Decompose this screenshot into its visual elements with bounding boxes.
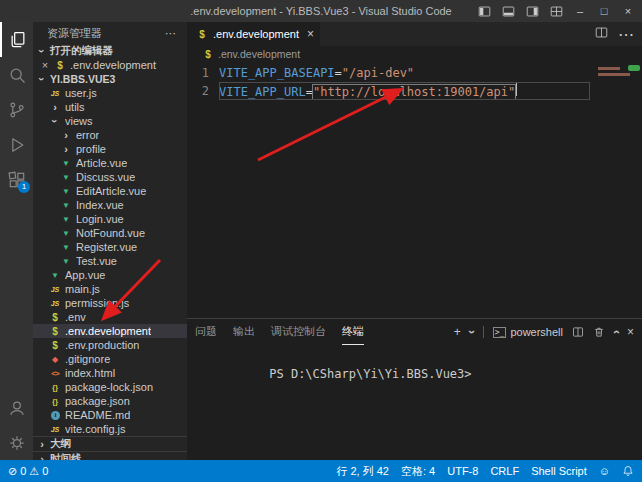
tree-item-permission.js[interactable]: JSpermission.js xyxy=(33,296,187,310)
tree-item-profile[interactable]: ›profile xyxy=(33,142,187,156)
panel-tab-调试控制台[interactable]: 调试控制台 xyxy=(271,319,326,345)
run-debug-icon[interactable] xyxy=(0,127,33,162)
more-actions-icon[interactable]: ⋯ xyxy=(618,25,634,44)
settings-gear-icon[interactable] xyxy=(0,425,33,460)
language-mode[interactable]: Shell Script xyxy=(531,465,587,477)
maximize-panel-icon[interactable]: › xyxy=(609,330,623,334)
panel-header: 问题输出调试控制台终端 + › >_ powershell xyxy=(187,319,642,345)
toggle-primary-sidebar-icon[interactable] xyxy=(472,0,496,22)
tree-item-App.vue[interactable]: ▼App.vue xyxy=(33,268,187,282)
account-icon[interactable] xyxy=(0,390,33,425)
cursor-position[interactable]: 行 2, 列 42 xyxy=(336,464,389,479)
split-editor-icon[interactable] xyxy=(595,25,608,43)
vue-file-icon: ▼ xyxy=(59,213,73,225)
tree-item-NotFound.vue[interactable]: ▼NotFound.vue xyxy=(33,226,187,240)
notifications-bell-icon[interactable] xyxy=(622,465,634,477)
tree-item-README.md[interactable]: iREADME.md xyxy=(33,408,187,422)
tree-item-error[interactable]: ›error xyxy=(33,128,187,142)
close-tab-icon[interactable]: × xyxy=(307,27,314,41)
tree-item-label: README.md xyxy=(65,409,130,421)
bottom-panel: 问题输出调试控制台终端 + › >_ powershell xyxy=(187,318,642,460)
sidebar-more-actions-icon[interactable]: ⋯ xyxy=(165,27,177,40)
tree-item-Index.vue[interactable]: ▼Index.vue xyxy=(33,198,187,212)
outline-section-header[interactable]: › 大纲 xyxy=(33,436,187,451)
tree-item-vite.config.js[interactable]: JSvite.config.js xyxy=(33,422,187,436)
breadcrumb[interactable]: $ .env.development xyxy=(187,46,642,62)
tree-item-label: main.js xyxy=(65,283,100,295)
tree-item-label: package.json xyxy=(65,395,130,407)
tree-item-user.js[interactable]: JSuser.js xyxy=(33,86,187,100)
terminal-output[interactable]: PS D:\CSharp\Yi\Yi.BBS.Vue3> xyxy=(187,345,642,460)
warning-count: 0 xyxy=(42,465,48,477)
close-editor-icon[interactable]: × xyxy=(39,59,51,71)
open-editor-item[interactable]: × $ .env.development xyxy=(33,58,187,72)
tree-item-Register.vue[interactable]: ▼Register.vue xyxy=(33,240,187,254)
open-editors-header[interactable]: › 打开的编辑器 xyxy=(33,44,187,58)
code-editor[interactable]: 1VITE_APP_BASEAPI="/api-dev"2VITE_APP_UR… xyxy=(187,62,642,318)
toggle-secondary-sidebar-icon[interactable] xyxy=(520,0,544,22)
tree-item-.env[interactable]: $.env xyxy=(33,310,187,324)
git-file-icon: ◆ xyxy=(48,353,62,365)
new-terminal-icon[interactable]: + xyxy=(454,325,461,339)
explorer-icon[interactable] xyxy=(0,22,33,57)
tree-item-index.html[interactable]: <>index.html xyxy=(33,366,187,380)
tree-item-.env.development[interactable]: $.env.development xyxy=(33,324,187,338)
code-line-1[interactable]: 1VITE_APP_BASEAPI="/api-dev" xyxy=(187,64,590,82)
tree-item-label: error xyxy=(76,129,99,141)
tree-item-label: EditArticle.vue xyxy=(76,185,146,197)
tree-item-views[interactable]: ›views xyxy=(33,114,187,128)
close-panel-icon[interactable]: × xyxy=(627,325,634,339)
equals-operator: = xyxy=(306,85,313,99)
tree-item-EditArticle.vue[interactable]: ▼EditArticle.vue xyxy=(33,184,187,198)
tree-item-.gitignore[interactable]: ◆.gitignore xyxy=(33,352,187,366)
status-right: 行 2, 列 42 空格: 4 UTF-8 CRLF Shell Script … xyxy=(336,464,634,479)
tree-item-main.js[interactable]: JSmain.js xyxy=(33,282,187,296)
panel-actions: + › >_ powershell › xyxy=(454,325,634,339)
kill-terminal-icon[interactable] xyxy=(593,326,605,338)
tree-item-package-lock.json[interactable]: {}package-lock.json xyxy=(33,380,187,394)
split-terminal-icon[interactable] xyxy=(572,326,584,338)
source-control-icon[interactable] xyxy=(0,92,33,127)
editor-group: $ .env.development × ⋯ $ .env.developmen… xyxy=(187,22,642,460)
minimap[interactable] xyxy=(596,62,642,132)
tree-item-Article.vue[interactable]: ▼Article.vue xyxy=(33,156,187,170)
json-file-icon: {} xyxy=(48,395,62,407)
close-window-button[interactable]: × xyxy=(616,0,640,22)
js-file-icon: JS xyxy=(48,283,62,295)
extensions-icon[interactable]: 1 xyxy=(0,162,33,197)
vscode-window: .env.development - Yi.BBS.Vue3 - Visual … xyxy=(0,0,642,482)
equals-operator: = xyxy=(335,66,342,80)
timeline-section-header[interactable]: › 时间线 xyxy=(33,451,187,460)
tab-env-development[interactable]: $ .env.development × xyxy=(187,22,320,46)
customize-layout-icon[interactable] xyxy=(544,0,568,22)
panel-tab-问题[interactable]: 问题 xyxy=(195,319,217,345)
tree-item-label: Login.vue xyxy=(76,213,124,225)
tree-item-package.json[interactable]: {}package.json xyxy=(33,394,187,408)
eol-status[interactable]: CRLF xyxy=(490,465,519,477)
panel-tab-输出[interactable]: 输出 xyxy=(233,319,255,345)
tree-item-utils[interactable]: ›utils xyxy=(33,100,187,114)
toggle-panel-icon[interactable] xyxy=(496,0,520,22)
file-tree: JSuser.js›utils›views›error›profile▼Arti… xyxy=(33,86,187,436)
tree-item-Discuss.vue[interactable]: ▼Discuss.vue xyxy=(33,170,187,184)
tree-item-Test.vue[interactable]: ▼Test.vue xyxy=(33,254,187,268)
tree-item-Login.vue[interactable]: ▼Login.vue xyxy=(33,212,187,226)
indentation-status[interactable]: 空格: 4 xyxy=(401,464,435,479)
activity-bar-spacer xyxy=(0,197,33,390)
search-icon[interactable] xyxy=(0,57,33,92)
status-bar: ⊘ 0 ⚠ 0 行 2, 列 42 空格: 4 UTF-8 CRLF Shell… xyxy=(0,460,642,482)
terminal-instance-powershell[interactable]: >_ powershell xyxy=(493,326,563,338)
line-number: 1 xyxy=(187,66,209,80)
problems-status[interactable]: ⊘ 0 ⚠ 0 xyxy=(8,465,48,478)
code-line-2[interactable]: 2VITE_APP_URL="http://localhost:19001/ap… xyxy=(187,82,590,100)
tab-label: .env.development xyxy=(213,28,299,40)
feedback-smiley-icon[interactable]: ☺ xyxy=(599,465,610,477)
terminal-dropdown-icon[interactable]: › xyxy=(465,330,479,334)
project-root-header[interactable]: › YI.BBS.VUE3 xyxy=(33,72,187,86)
tree-item-label: vite.config.js xyxy=(65,423,126,435)
tree-item-.env.production[interactable]: $.env.production xyxy=(33,338,187,352)
maximize-button[interactable]: □ xyxy=(592,0,616,22)
encoding-status[interactable]: UTF-8 xyxy=(447,465,478,477)
panel-tab-终端[interactable]: 终端 xyxy=(342,319,364,345)
minimize-button[interactable]: – xyxy=(568,0,592,22)
